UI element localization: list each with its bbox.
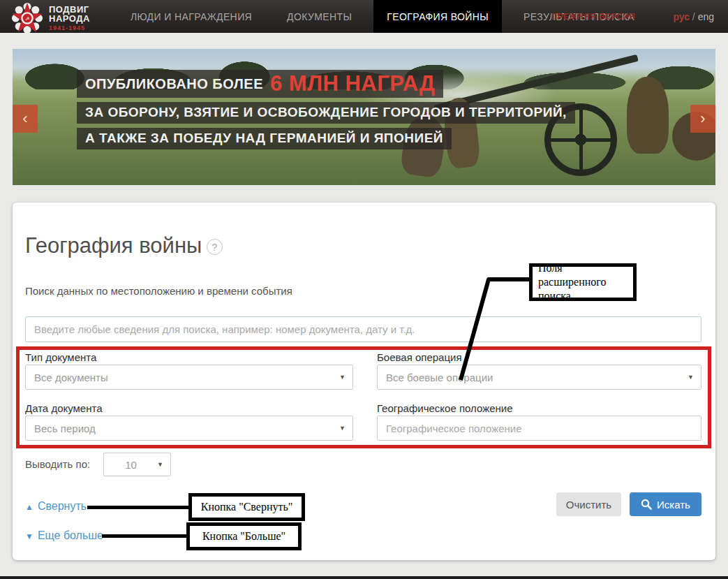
doc-type-value: Все документы (34, 372, 108, 383)
lang-rus[interactable]: рус (673, 11, 690, 22)
more-link[interactable]: ▼Еще больше (25, 529, 103, 542)
operation-value: Все боевые операции (386, 372, 493, 383)
lang-eng[interactable]: eng (698, 11, 714, 22)
per-page-value: 10 (125, 459, 137, 471)
annotation-line-collapse (87, 506, 188, 509)
geo-input[interactable] (377, 416, 701, 441)
doc-date-select[interactable]: Весь период ▼ (25, 416, 353, 441)
footer-bar (0, 576, 728, 579)
carousel-prev-button[interactable]: ‹ (13, 105, 38, 133)
search-button-label: Искать (657, 499, 690, 511)
operation-select[interactable]: Все боевые операции ▼ (377, 365, 701, 390)
search-icon (641, 499, 652, 510)
lang-separator: / (692, 11, 695, 22)
annotation-line-more (102, 534, 186, 538)
logo-title-line2: НАРОДА (49, 14, 90, 24)
nav-right: ПРЕЖНЯЯ ВЕРСИЯ рус / eng (551, 0, 714, 33)
doc-date-value: Весь период (34, 423, 96, 434)
nav-item-people-awards[interactable]: ЛЮДИ И НАГРАЖДЕНИЯ (117, 0, 265, 33)
doc-type-select[interactable]: Все документы ▼ (25, 365, 353, 390)
collapse-link[interactable]: ▲Свернуть (25, 500, 87, 513)
logo-title-line1: ПОДВИГ (49, 5, 90, 15)
site-logo[interactable]: ☭ ПОДВИГ НАРОДА 1941-1945 (11, 2, 90, 34)
page: ☭ ПОДВИГ НАРОДА 1941-1945 ЛЮДИ И НАГРАЖД… (0, 0, 728, 579)
chevron-down-icon: ▼ (688, 374, 694, 381)
order-star-medal-icon: ☭ (11, 2, 43, 34)
collapse-link-label: Свернуть (38, 500, 87, 512)
logo-text: ПОДВИГ НАРОДА 1941-1945 (49, 5, 90, 32)
annotation-more-button: Кнопка "Больше" (186, 522, 302, 550)
search-button[interactable]: Искать (630, 492, 701, 516)
clear-button[interactable]: Очистить (556, 492, 621, 516)
hero-banner: ОПУБЛИКОВАНО БОЛЕЕ 6 МЛН НАГРАД ЗА ОБОРО… (13, 49, 715, 185)
logo-years: 1941-1945 (49, 25, 90, 31)
banner-line1-prefix: ОПУБЛИКОВАНО БОЛЕЕ (85, 76, 263, 91)
geo-label: Географическое положение (377, 402, 513, 414)
language-switcher: рус / eng (673, 11, 714, 22)
page-title: География войны (25, 233, 202, 258)
operation-label: Боевая операция (377, 351, 462, 363)
per-page-label: Выводить по: (25, 458, 90, 470)
annotation-advanced-fields: Поля расширенного поиска (529, 263, 637, 301)
chevron-down-icon: ▼ (339, 374, 346, 381)
banner-line1-highlight: 6 МЛН НАГРАД (270, 71, 435, 96)
triangle-down-icon: ▼ (25, 532, 34, 541)
question-circle-icon[interactable]: ? (207, 239, 223, 255)
nav-item-war-geography[interactable]: ГЕОГРАФИЯ ВОЙНЫ (373, 0, 502, 33)
top-nav: ☭ ПОДВИГ НАРОДА 1941-1945 ЛЮДИ И НАГРАЖД… (0, 0, 728, 33)
banner-line-1: ОПУБЛИКОВАНО БОЛЕЕ 6 МЛН НАГРАД (77, 70, 443, 98)
chevron-down-icon: ▼ (157, 461, 163, 468)
nav-item-documents[interactable]: ДОКУМЕНТЫ (274, 0, 365, 33)
old-version-link[interactable]: ПРЕЖНЯЯ ВЕРСИЯ (551, 12, 636, 22)
page-subtitle: Поиск данных по местоположению и времени… (25, 285, 292, 297)
per-page-select[interactable]: 10 ▼ (103, 453, 171, 476)
banner-line-2: ЗА ОБОРОНУ, ВЗЯТИЕ И ОСВОБОЖДЕНИЕ ГОРОДО… (77, 102, 575, 124)
banner-line-3: А ТАКЖЕ ЗА ПОБЕДУ НАД ГЕРМАНИЕЙ И ЯПОНИЕ… (77, 128, 452, 149)
chevron-down-icon: ▼ (339, 425, 346, 432)
doc-type-label: Тип документа (25, 351, 96, 363)
banner-text: ОПУБЛИКОВАНО БОЛЕЕ 6 МЛН НАГРАД ЗА ОБОРО… (77, 70, 575, 154)
doc-date-label: Дата документа (25, 402, 103, 414)
carousel-next-button[interactable]: › (690, 105, 715, 133)
triangle-up-icon: ▲ (25, 502, 34, 512)
search-input[interactable] (25, 316, 701, 342)
annotation-collapse-button: Кнопка "Свернуть" (188, 493, 305, 521)
banner-soldier-silhouette (627, 77, 669, 154)
svg-text:☭: ☭ (25, 16, 29, 21)
more-link-label: Еще больше (38, 529, 103, 541)
